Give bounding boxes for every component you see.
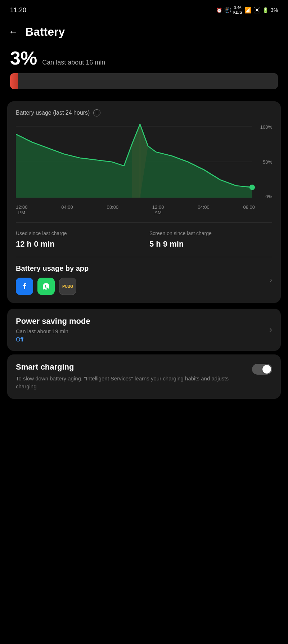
- power-saving-title: Power saving mode: [16, 317, 90, 326]
- used-since-label: Used since last charge: [16, 230, 139, 237]
- battery-bar: [10, 73, 278, 89]
- info-icon[interactable]: i: [93, 109, 100, 116]
- x-label-1: 12:00PM: [16, 204, 28, 215]
- x-label-4: 12:00AM: [152, 204, 164, 215]
- screen-on-label: Screen on since last charge: [149, 230, 272, 237]
- sim-error-icon: ✕: [254, 7, 260, 13]
- smart-charging-content: Smart charging To slow down battery agin…: [16, 362, 252, 391]
- x-label-2: 04:00: [61, 204, 73, 215]
- smart-charging-title: Smart charging: [16, 362, 245, 372]
- back-button[interactable]: ←: [9, 26, 18, 38]
- usage-stats: Used since last charge 12 h 0 min Screen…: [16, 222, 272, 249]
- battery-percentage: 3%: [10, 49, 37, 67]
- battery-bar-fill: [10, 73, 18, 89]
- vibrate-icon: 📳: [224, 7, 231, 13]
- battery-pct-status: 3%: [271, 7, 278, 13]
- toggle-thumb: [262, 365, 271, 374]
- screen-on-since-charge: Screen on since last charge 5 h 9 min: [149, 230, 272, 249]
- used-since-charge: Used since last charge 12 h 0 min: [16, 230, 139, 249]
- x-label-5: 04:00: [198, 204, 210, 215]
- page-title: Battery: [25, 25, 65, 39]
- usage-chart-card: Battery usage (last 24 hours) i 100% 50%…: [7, 101, 281, 303]
- chart-x-labels: 12:00PM 04:00 08:00 12:00AM 04:00 08:00: [16, 202, 272, 215]
- app-icon-whatsapp: [37, 278, 55, 295]
- power-saving-chevron: ›: [269, 325, 272, 335]
- chart-svg: [16, 122, 272, 202]
- network-speed: 0.46KB/S: [233, 5, 242, 15]
- svg-point-6: [249, 185, 255, 190]
- battery-small-icon: 🔋: [262, 7, 269, 13]
- smart-charging-toggle[interactable]: [252, 364, 272, 375]
- smart-charging-desc: To slow down battery aging, "Intelligent…: [16, 375, 245, 391]
- power-saving-card[interactable]: Power saving mode Can last about 19 min …: [7, 309, 281, 351]
- status-time: 11:20: [10, 6, 26, 14]
- battery-chart: 100% 50% 0%: [16, 122, 272, 202]
- screen-on-value: 5 h 9 min: [149, 239, 272, 249]
- alarm-icon: ⏰: [216, 8, 222, 13]
- page-header: ← Battery: [0, 19, 288, 49]
- used-since-value: 12 h 0 min: [16, 239, 139, 249]
- power-saving-content: Power saving mode Can last about 19 min …: [16, 317, 90, 343]
- x-label-6: 08:00: [243, 204, 255, 215]
- status-icons: ⏰ 📳 0.46KB/S 📶 ✕ 🔋 3%: [216, 5, 278, 15]
- app-icon-pubg: PUBG: [59, 278, 76, 295]
- app-icons-row: PUBG: [16, 278, 89, 295]
- chart-title: Battery usage (last 24 hours): [16, 110, 90, 116]
- battery-pct-section: 3% Can last about 16 min: [0, 49, 288, 96]
- svg-marker-5: [16, 124, 252, 198]
- power-saving-subtitle: Can last about 19 min: [16, 328, 90, 334]
- app-icon-facebook: [16, 278, 33, 295]
- battery-time-remaining: Can last about 16 min: [42, 59, 105, 66]
- status-bar: 11:20 ⏰ 📳 0.46KB/S 📶 ✕ 🔋 3%: [0, 0, 288, 19]
- smart-charging-card: Smart charging To slow down battery agin…: [7, 354, 281, 399]
- power-saving-status: Off: [16, 336, 90, 343]
- battery-by-app-row[interactable]: Battery usage by app PUBG: [16, 257, 272, 295]
- by-app-content: Battery usage by app PUBG: [16, 264, 89, 295]
- by-app-chevron: ›: [270, 275, 272, 284]
- by-app-title: Battery usage by app: [16, 264, 89, 273]
- wifi-icon: 📶: [244, 7, 252, 14]
- x-label-3: 08:00: [107, 204, 119, 215]
